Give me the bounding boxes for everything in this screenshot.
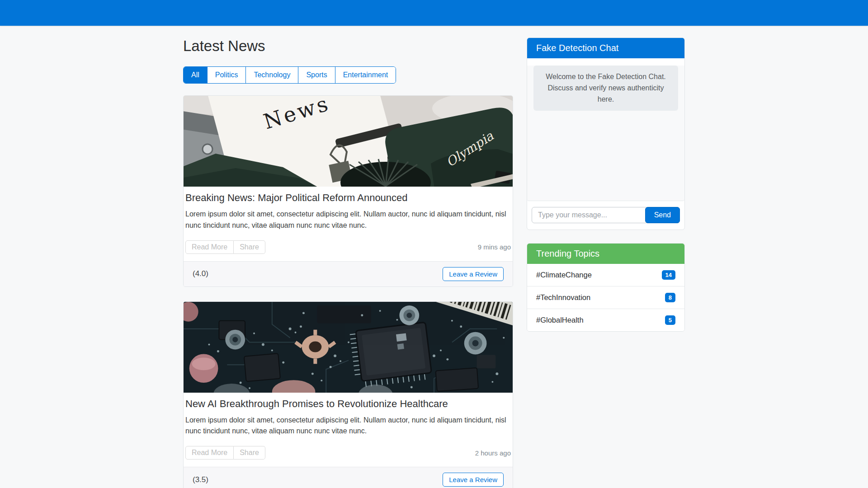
article-actions: Read More Share 2 hours ago	[185, 446, 511, 460]
category-tabs: All Politics Technology Sports Entertain…	[183, 66, 396, 84]
share-button[interactable]: Share	[234, 446, 265, 460]
article-timestamp: 2 hours ago	[475, 449, 511, 457]
trending-topics-panel: Trending Topics #ClimateChange 14 #TechI…	[527, 243, 685, 332]
top-navbar	[0, 0, 868, 26]
article-rating: (3.5)	[193, 475, 208, 484]
page-title: Latest News	[183, 38, 513, 55]
topic-label: #ClimateChange	[536, 271, 592, 279]
leave-review-button[interactable]: Leave a Review	[443, 473, 504, 487]
share-button[interactable]: Share	[234, 240, 265, 254]
article-title: Breaking News: Major Political Reform An…	[185, 192, 511, 204]
article-review-footer: (4.0) Leave a Review	[184, 261, 513, 286]
article-review-footer: (3.5) Leave a Review	[184, 467, 513, 488]
article-body: Breaking News: Major Political Reform An…	[184, 187, 513, 261]
article-rating: (4.0)	[193, 269, 208, 278]
topic-climatechange[interactable]: #ClimateChange 14	[527, 264, 684, 286]
tab-sports[interactable]: Sports	[298, 67, 335, 83]
chat-message-input[interactable]	[532, 207, 646, 223]
article-excerpt: Lorem ipsum dolor sit amet, consectetur …	[185, 415, 511, 437]
tab-politics[interactable]: Politics	[208, 67, 246, 83]
chat-panel-title: Fake Detection Chat	[527, 38, 684, 58]
read-more-button[interactable]: Read More	[185, 240, 234, 254]
article-timestamp: 9 mins ago	[478, 243, 511, 251]
tab-technology[interactable]: Technology	[246, 67, 298, 83]
topic-label: #GlobalHealth	[536, 316, 584, 324]
large-chip	[349, 322, 432, 388]
topic-techinnovation[interactable]: #TechInnovation 8	[527, 286, 684, 309]
topic-globalhealth[interactable]: #GlobalHealth 5	[527, 309, 684, 331]
article-title: New AI Breakthrough Promises to Revoluti…	[185, 398, 511, 410]
article-actions: Read More Share 9 mins ago	[185, 240, 511, 254]
chat-message-area: Welcome to the Fake Detection Chat. Disc…	[527, 66, 684, 201]
topic-count-badge: 8	[665, 293, 675, 302]
leave-review-button[interactable]: Leave a Review	[443, 267, 504, 281]
chat-input-row: Send	[527, 201, 684, 230]
fake-detection-chat-panel: Fake Detection Chat Welcome to the Fake …	[527, 38, 685, 230]
page-container: Latest News All Politics Technology Spor…	[183, 26, 685, 488]
trending-panel-title: Trending Topics	[527, 244, 684, 264]
article-body: New AI Breakthrough Promises to Revoluti…	[184, 393, 513, 467]
article-image-typewriter: News	[184, 96, 513, 187]
tab-entertainment[interactable]: Entertainment	[335, 67, 396, 83]
sidebar: Fake Detection Chat Welcome to the Fake …	[527, 38, 685, 332]
news-card: News	[183, 95, 513, 287]
trending-topic-list: #ClimateChange 14 #TechInnovation 8 #Glo…	[527, 264, 684, 331]
topic-count-badge: 14	[662, 270, 675, 280]
read-more-button[interactable]: Read More	[185, 446, 234, 460]
topic-count-badge: 5	[665, 315, 675, 325]
chat-welcome-message: Welcome to the Fake Detection Chat. Disc…	[533, 66, 678, 111]
topic-label: #TechInnovation	[536, 293, 590, 302]
tab-all[interactable]: All	[184, 67, 208, 83]
news-card: New AI Breakthrough Promises to Revoluti…	[183, 301, 513, 488]
news-feed: Latest News All Politics Technology Spor…	[183, 38, 513, 488]
article-excerpt: Lorem ipsum dolor sit amet, consectetur …	[185, 209, 511, 231]
article-image-circuit-board	[184, 302, 513, 393]
send-button[interactable]: Send	[645, 207, 680, 223]
